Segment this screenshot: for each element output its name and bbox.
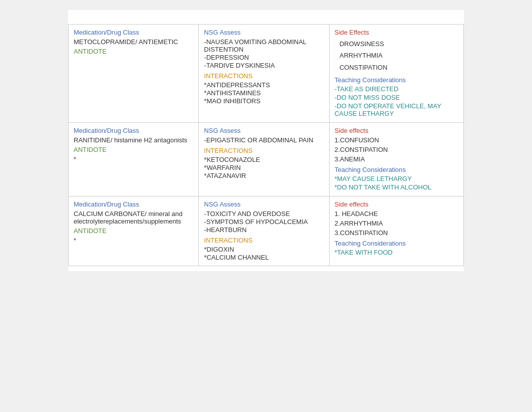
interaction-item: *CALCIUM CHANNEL: [204, 254, 324, 261]
teaching-item: *MAY CAUSE LETHARGY: [335, 175, 458, 182]
nsg-item: -TOXICITY AND OVERDOSE: [204, 210, 324, 218]
interaction-item: *ANTIHISTAMINES: [204, 89, 324, 97]
nsg-cell-0: NSG Assess-NAUSEA VOMITING ABDOMINAL DIS…: [199, 25, 329, 123]
interactions-label: INTERACTIONS: [204, 237, 324, 244]
side-effects-label: Side effects: [335, 200, 458, 208]
drug-cell-1: Medication/Drug ClassRANITIDINE/ histami…: [69, 123, 199, 196]
nsg-assess-label: NSG Assess: [204, 127, 324, 134]
side-effects-label: Side effects: [335, 127, 458, 134]
drug-class-label: Medication/Drug Class: [74, 127, 193, 134]
drug-cell-2: Medication/Drug Class CALCIUM CARBONATE/…: [69, 196, 199, 266]
nsg-item: -EPIGASTRIC OR ABDOMINAL PAIN: [204, 136, 324, 144]
nsg-item: -HEARTBURN: [204, 226, 324, 234]
interaction-item: *DIGOXIN: [204, 246, 324, 253]
side-effect-inline: 2.ARRHYTHMIA: [335, 220, 458, 227]
teaching-considerations-label: Teaching Considerations: [335, 240, 458, 247]
side-effect-item: DROWSINESS: [340, 38, 458, 50]
side-effect-inline: 2.CONSTIPATION: [335, 146, 458, 153]
drug-class-label: Medication/Drug Class: [74, 200, 193, 208]
side-effect-inline: 3.CONSTIPATION: [335, 229, 458, 237]
side-effects-cell-1: Side effects1.CONFUSION2.CONSTIPATION3.A…: [329, 123, 463, 196]
asterisk-note: *: [74, 155, 193, 163]
teaching-item: -DO NOT OPERATE VEHICLE, MAY CAUSE LETHA…: [335, 102, 458, 117]
nsg-item: -SYMPTOMS OF HYPOCALCEMIA: [204, 218, 324, 226]
antidote-label: ANTIDOTE: [74, 48, 193, 55]
medication-table: Medication/Drug ClassMETOCLOPRAMIDE/ ANT…: [68, 24, 464, 266]
asterisk-note: *: [74, 237, 193, 244]
drug-name: RANITIDINE/ histamine H2 antagonists: [74, 136, 193, 144]
teaching-item: -DO NOT MISS DOSE: [335, 94, 458, 101]
interaction-item: *KETOCONAZOLE: [204, 156, 324, 163]
nsg-assess-label: NSG Assess: [204, 29, 324, 36]
side-effect-inline: 1. HEADACHE: [335, 210, 458, 218]
interaction-item: *ATAZANAVIR: [204, 172, 324, 179]
drug-cell-0: Medication/Drug ClassMETOCLOPRAMIDE/ ANT…: [69, 25, 199, 123]
interaction-item: *MAO INHIBITORS: [204, 97, 324, 105]
page-title: [68, 15, 464, 24]
drug-name: METOCLOPRAMIDE/ ANTIEMETIC: [74, 38, 193, 46]
nsg-item: -NAUSEA VOMITING ABDOMINAL DISTENTION: [204, 38, 324, 53]
nsg-cell-1: NSG Assess-EPIGASTRIC OR ABDOMINAL PAINI…: [199, 123, 329, 196]
side-effect-item: CONSTIPATION: [340, 62, 458, 73]
antidote-label: ANTIDOTE: [74, 146, 193, 153]
nsg-item: -TARDIVE DYSKINESIA: [204, 62, 324, 69]
side-effect-inline: 3.ANEMIA: [335, 155, 458, 163]
side-effects-label: Side Effects: [335, 29, 458, 36]
interaction-item: *WARFARIN: [204, 164, 324, 171]
interaction-item: *ANTIDEPRESSANTS: [204, 81, 324, 89]
side-effect-item: ARRHYTHMIA: [340, 50, 458, 61]
interactions-label: INTERACTIONS: [204, 72, 324, 80]
page-container: Medication/Drug ClassMETOCLOPRAMIDE/ ANT…: [68, 10, 464, 271]
teaching-considerations-label: Teaching Considerations: [335, 166, 458, 173]
nsg-cell-2: NSG Assess-TOXICITY AND OVERDOSE-SYMPTOM…: [199, 196, 329, 266]
teaching-item: *DO NOT TAKE WITH ALCOHOL: [335, 183, 458, 191]
interactions-label: INTERACTIONS: [204, 147, 324, 154]
teaching-considerations-label: Teaching Considerations: [335, 76, 458, 84]
side-effects-cell-2: Side effects1. HEADACHE2.ARRHYTHMIA3.CON…: [329, 196, 463, 266]
drug-class-label: Medication/Drug Class: [74, 29, 193, 36]
side-effects-cell-0: Side EffectsDROWSINESSARRHYTHMIACONSTIPA…: [329, 25, 463, 123]
side-effects-list: DROWSINESSARRHYTHMIACONSTIPATION: [335, 38, 458, 73]
side-effect-inline: 1.CONFUSION: [335, 136, 458, 144]
teaching-item: -TAKE AS DIRECTED: [335, 85, 458, 93]
drug-name: CALCIUM CARBONATE/ mineral and electroly…: [74, 210, 193, 225]
teaching-item: *TAKE WITH FOOD: [335, 249, 458, 256]
nsg-item: -DEPRESSION: [204, 54, 324, 61]
nsg-assess-label: NSG Assess: [204, 200, 324, 208]
antidote-label: ANTIDOTE: [74, 227, 193, 235]
